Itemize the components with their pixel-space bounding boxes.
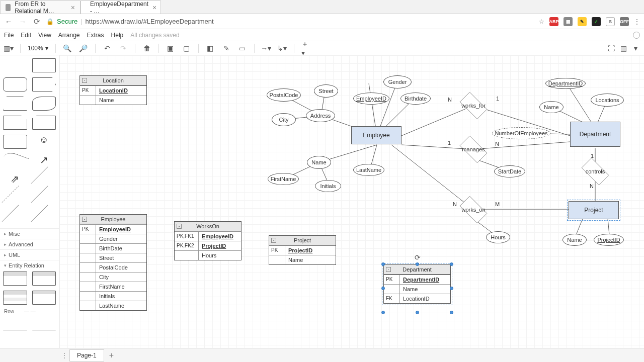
attr-initials[interactable]: Initials: [315, 180, 341, 192]
attr-locations[interactable]: Locations: [591, 94, 624, 107]
page-tab[interactable]: Page-1: [69, 349, 104, 361]
add-page-icon[interactable]: +: [104, 349, 119, 362]
er-shape-list[interactable]: [3, 291, 27, 305]
shape-curve[interactable]: [2, 150, 29, 172]
attr-firstname[interactable]: FirstName: [268, 173, 299, 185]
er-shape-conn[interactable]: [3, 316, 27, 330]
table-project[interactable]: -Project PKProjectID Name: [269, 235, 336, 265]
attr-employeeid[interactable]: EmployeeID: [353, 93, 389, 105]
undo-icon[interactable]: ↶: [103, 44, 112, 53]
waypoint-icon[interactable]: ↳▾: [278, 44, 287, 53]
reload-icon[interactable]: ⟳: [32, 17, 41, 26]
sidebar-section-misc[interactable]: Misc: [0, 228, 59, 239]
entity-project[interactable]: Project: [569, 201, 619, 219]
shape-arrow[interactable]: ↗: [32, 154, 56, 168]
er-shape-conn2[interactable]: [32, 316, 56, 330]
menu-arrange[interactable]: Arrange: [58, 32, 80, 39]
ext-icon[interactable]: ✎: [578, 17, 587, 26]
sidebar-section-uml[interactable]: UML: [0, 249, 59, 260]
er-shape-table2[interactable]: [32, 272, 56, 286]
rel-works-for[interactable]: works_for: [456, 96, 491, 116]
format-panel-icon[interactable]: ▥: [619, 44, 628, 53]
to-back-icon[interactable]: ▢: [182, 44, 191, 53]
menu-icon[interactable]: ⋮: [634, 18, 640, 25]
menu-view[interactable]: View: [38, 32, 51, 39]
collapse-icon[interactable]: -: [386, 267, 391, 272]
ext-icon[interactable]: ✓: [592, 17, 601, 26]
shape-round[interactable]: [3, 77, 27, 92]
fill-icon[interactable]: ◧: [206, 44, 215, 53]
attr-name-dept[interactable]: Name: [539, 101, 564, 113]
attr-birthdate[interactable]: Birthdate: [400, 93, 431, 105]
table-workson[interactable]: -WorksOn PK,FK1EmployeeID PK,FK2ProjectI…: [174, 221, 242, 260]
view-mode-icon[interactable]: ▥▾: [4, 44, 13, 53]
zoom-select[interactable]: 100% ▾: [28, 45, 48, 52]
shape-doc[interactable]: [3, 116, 27, 130]
attr-projectid[interactable]: ProjectID: [594, 234, 624, 246]
zoom-out-icon[interactable]: 🔎: [79, 44, 88, 53]
collapse-icon[interactable]: -: [271, 238, 276, 243]
shape-trap[interactable]: [3, 97, 27, 111]
menu-edit[interactable]: Edit: [21, 32, 31, 39]
table-location[interactable]: -Location PKLocationID Name: [79, 75, 147, 105]
star-icon[interactable]: ☆: [539, 18, 544, 25]
collapse-icon[interactable]: -: [82, 78, 87, 83]
sidebar-section-er[interactable]: Entity Relation: [0, 260, 59, 270]
insert-icon[interactable]: ＋▾: [301, 44, 310, 53]
redo-icon[interactable]: ↷: [119, 44, 128, 53]
ext-icon[interactable]: S: [606, 17, 615, 26]
url-field[interactable]: 🔒 Secure | https://www.draw.io/#LEmploye…: [46, 18, 534, 25]
stroke-icon[interactable]: ✎: [222, 44, 231, 53]
menu-help[interactable]: Help: [111, 32, 124, 39]
attr-departmentid[interactable]: DepartmentID: [545, 78, 586, 89]
ext-icon[interactable]: ▦: [564, 17, 573, 26]
menu-extras[interactable]: Extras: [87, 32, 104, 39]
sidebar-section-advanced[interactable]: Advanced: [0, 239, 59, 249]
attr-lastname[interactable]: LastName: [353, 164, 384, 176]
table-department[interactable]: -Department PKDepartmentID Name FKLocati…: [383, 264, 451, 304]
page-menu-icon[interactable]: ⋮: [59, 352, 69, 359]
attr-numberofemployees[interactable]: NumberOfEmployees: [492, 127, 550, 139]
entity-employee[interactable]: Employee: [351, 126, 401, 144]
collapse-icon[interactable]: ▾: [631, 44, 640, 53]
fullscreen-icon[interactable]: ⛶: [607, 44, 616, 53]
collapse-icon[interactable]: -: [82, 217, 87, 222]
entity-department[interactable]: Department: [570, 122, 620, 147]
close-icon[interactable]: ×: [152, 4, 156, 12]
shape-actor[interactable]: ☺: [32, 135, 56, 149]
shape-hex[interactable]: [32, 77, 56, 92]
attr-street[interactable]: Street: [314, 84, 338, 98]
attr-name-proj[interactable]: Name: [562, 234, 587, 246]
attr-gender[interactable]: Gender: [383, 75, 412, 88]
rotate-icon[interactable]: ⟳: [415, 253, 421, 261]
attr-startdate[interactable]: StartDate: [494, 165, 525, 177]
ext-icon[interactable]: OFF: [620, 17, 629, 26]
ext-abp-icon[interactable]: ABP: [549, 17, 558, 26]
tab-1[interactable]: EmployeeDepartment - …×: [80, 1, 161, 14]
rel-controls[interactable]: controls: [578, 161, 613, 182]
connection-icon[interactable]: →▾: [262, 44, 271, 53]
attr-hours[interactable]: Hours: [486, 231, 510, 243]
collapse-icon[interactable]: -: [177, 224, 182, 229]
shape-rect[interactable]: [32, 58, 56, 72]
attr-address[interactable]: Address: [306, 109, 335, 122]
table-employee[interactable]: -Employee PKEmployeeID Gender BirthDate …: [79, 214, 147, 311]
shape-wave[interactable]: [32, 97, 56, 111]
menu-file[interactable]: File: [4, 32, 14, 39]
rel-works-on[interactable]: works_on: [456, 200, 491, 220]
attr-postalcode[interactable]: PostalCode: [267, 88, 301, 102]
rel-manages[interactable]: manages: [456, 139, 491, 159]
tab-0[interactable]: From ER to Relational M…×: [0, 1, 80, 14]
shape-biarrow[interactable]: ⇗: [3, 173, 27, 187]
zoom-in-icon[interactable]: 🔍: [63, 44, 72, 53]
shape-dirline[interactable]: [2, 205, 28, 231]
to-front-icon[interactable]: ▣: [166, 44, 175, 53]
shape-callout[interactable]: [3, 135, 27, 149]
shape-card[interactable]: [32, 116, 56, 130]
back-icon[interactable]: ←: [4, 17, 13, 26]
er-shape-table[interactable]: [3, 272, 27, 286]
forward-icon[interactable]: →: [18, 17, 27, 26]
close-icon[interactable]: ×: [71, 4, 75, 12]
er-row-label[interactable]: Row: [4, 309, 14, 314]
er-shape-list2[interactable]: [32, 291, 56, 305]
